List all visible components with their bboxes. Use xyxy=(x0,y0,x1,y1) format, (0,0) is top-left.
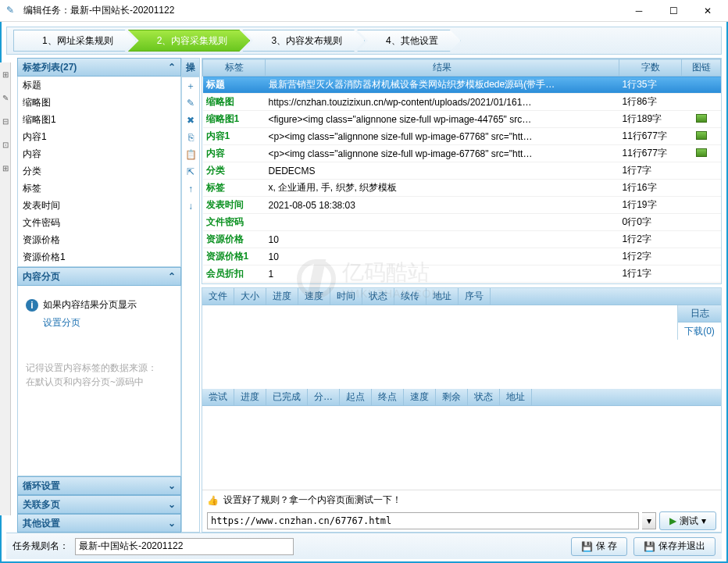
grid-count-cell: 1行7字 xyxy=(619,162,682,180)
add-icon[interactable]: ＋ xyxy=(182,77,199,94)
collapse-icon[interactable]: ⌃ xyxy=(168,62,176,73)
grid-header[interactable]: 标签 xyxy=(203,59,266,77)
test-button[interactable]: ▶ 测试 ▾ xyxy=(659,511,716,530)
edit-icon[interactable]: ✎ xyxy=(182,94,199,112)
up-icon[interactable]: ↑ xyxy=(182,180,199,198)
grid-row[interactable]: VIP是否免费 1 1行1字 xyxy=(203,283,721,285)
tag-list: 标题缩略图缩略图1内容1内容分类标签发表时间文件密码资源价格资源价格1会员折扣 xyxy=(17,77,181,267)
test-url-input[interactable] xyxy=(207,512,639,529)
dl-col-header[interactable]: 地址 xyxy=(426,288,459,305)
titlebar: ✎ 编辑任务：最新-中国站长-20201122 ─ ☐ ✕ xyxy=(0,0,728,22)
grid-row[interactable]: 标题 最新营销型灭火器消防器材机械设备类网站织梦模板dede源码(带手… 1行3… xyxy=(203,77,721,94)
test-hint-bar: 👍 设置好了规则？拿一个内容页面测试一下！ xyxy=(202,490,721,510)
tag-item[interactable]: 分类 xyxy=(18,162,180,180)
try-col-header[interactable]: 进度 xyxy=(234,389,266,405)
try-col-header[interactable]: 终点 xyxy=(372,389,404,405)
strip-btn[interactable]: ⊡ xyxy=(0,133,10,156)
tag-item[interactable]: 资源价格 xyxy=(18,231,180,248)
dl-col-header[interactable]: 续传 xyxy=(394,288,426,305)
task-name-input[interactable] xyxy=(75,538,294,555)
tag-item[interactable]: 内容 xyxy=(18,145,180,162)
wizard-step-0[interactable]: 1、网址采集规则 xyxy=(13,30,136,52)
down-icon[interactable]: ↓ xyxy=(182,198,199,215)
loop-settings-header[interactable]: 循环设置 ⌄ xyxy=(17,476,181,495)
wizard-step-1[interactable]: 2、内容采集规则 xyxy=(128,30,251,52)
url-dropdown-button[interactable]: ▾ xyxy=(642,512,656,529)
grid-result-cell: 10 xyxy=(266,231,619,248)
tag-item[interactable]: 缩略图1 xyxy=(18,111,180,128)
multi-page-header[interactable]: 关联多页 ⌄ xyxy=(17,495,181,514)
dl-col-header[interactable]: 状态 xyxy=(362,288,394,305)
grid-row[interactable]: 内容 <p><img class="alignnone size-full wp… xyxy=(203,145,721,162)
try-col-header[interactable]: 尝试 xyxy=(202,389,234,405)
grid-row[interactable]: 会员折扣 1 1行1字 xyxy=(203,265,721,283)
tag-item[interactable]: 缩略图 xyxy=(18,94,180,111)
expand-icon[interactable]: ⌄ xyxy=(168,480,176,491)
grid-header[interactable]: 图链 xyxy=(682,59,721,77)
strip-btn[interactable]: ⊟ xyxy=(0,109,10,133)
expand-icon[interactable]: ⌄ xyxy=(168,499,176,510)
content-page-header[interactable]: 内容分页 ⌃ xyxy=(17,267,181,286)
grid-result-cell: <p><img class="alignnone size-full wp-im… xyxy=(266,145,619,162)
grid-row[interactable]: 分类 DEDECMS 1行7字 xyxy=(203,162,721,180)
wizard-step-3[interactable]: 4、其他设置 xyxy=(357,30,461,52)
collapse-icon[interactable]: ⌃ xyxy=(168,271,176,282)
grid-count-cell: 1行35字 xyxy=(619,77,682,94)
export-icon[interactable]: ⇱ xyxy=(182,163,199,180)
try-col-header[interactable]: 地址 xyxy=(500,389,532,405)
grid-result-cell: 1 xyxy=(266,283,619,285)
dl-col-header[interactable]: 文件 xyxy=(202,288,234,305)
grid-header[interactable]: 字数 xyxy=(619,59,682,77)
tag-item[interactable]: 内容1 xyxy=(18,128,180,145)
tag-item[interactable]: 标签 xyxy=(18,180,180,197)
wizard-step-2[interactable]: 3、内容发布规则 xyxy=(242,30,365,52)
dl-col-header[interactable]: 进度 xyxy=(266,288,298,305)
strip-btn[interactable]: ✎ xyxy=(0,86,10,109)
result-grid: 标签结果字数图链标题 最新营销型灭火器消防器材机械设备类网站织梦模板dede源码… xyxy=(202,58,722,284)
grid-row[interactable]: 内容1 <p><img class="alignnone size-full w… xyxy=(203,128,721,145)
strip-btn[interactable]: ⊞ xyxy=(0,62,10,86)
try-col-header[interactable]: 已完成 xyxy=(266,389,308,405)
grid-header[interactable]: 结果 xyxy=(266,59,619,77)
grid-result-cell: 最新营销型灭火器消防器材机械设备类网站织梦模板dede源码(带手… xyxy=(266,77,619,94)
try-col-header[interactable]: 分… xyxy=(308,389,340,405)
grid-row[interactable]: 资源价格1 10 1行2字 xyxy=(203,248,721,265)
paste-icon[interactable]: 📋 xyxy=(182,146,199,163)
tag-item[interactable]: 发表时间 xyxy=(18,197,180,214)
delete-icon[interactable]: ✖ xyxy=(182,112,199,129)
grid-row[interactable]: 缩略图1 <figure><img class="alignnone size-… xyxy=(203,111,721,128)
grid-tag-cell: 文件密码 xyxy=(203,214,266,231)
grid-row[interactable]: 资源价格 10 1行2字 xyxy=(203,231,721,248)
save-button[interactable]: 💾 保 存 xyxy=(571,537,627,556)
dl-col-header[interactable]: 时间 xyxy=(330,288,362,305)
try-col-header[interactable]: 速度 xyxy=(404,389,436,405)
try-col-header[interactable]: 剩余 xyxy=(436,389,468,405)
copy-icon[interactable]: ⎘ xyxy=(182,129,199,146)
try-col-header[interactable]: 状态 xyxy=(468,389,500,405)
try-col-header[interactable]: 起点 xyxy=(340,389,372,405)
download-count[interactable]: 下载(0) xyxy=(678,322,721,340)
grid-result-cell: https://cnzhan.touzizixun.cn/wp-content/… xyxy=(266,94,619,111)
dl-col-header[interactable]: 序号 xyxy=(459,288,491,305)
tag-item[interactable]: 文件密码 xyxy=(18,214,180,231)
strip-btn[interactable]: ⊞ xyxy=(0,156,10,180)
grid-row[interactable]: 标签 x, 企业通用, 手, 织梦, 织梦模板 1行16字 xyxy=(203,180,721,197)
dl-col-header[interactable]: 速度 xyxy=(298,288,330,305)
grid-result-cell: <figure><img class="alignnone size-full … xyxy=(266,111,619,128)
other-settings-header[interactable]: 其他设置 ⌄ xyxy=(17,514,181,533)
expand-icon[interactable]: ⌄ xyxy=(168,518,176,529)
grid-row[interactable]: 缩略图 https://cnzhan.touzizixun.cn/wp-cont… xyxy=(203,94,721,111)
minimize-button[interactable]: ─ xyxy=(625,2,653,20)
grid-img-cell xyxy=(682,248,721,265)
save-exit-button[interactable]: 💾 保存并退出 xyxy=(633,537,716,556)
set-paging-link[interactable]: 设置分页 xyxy=(43,316,173,330)
download-table-header: 文件大小进度速度时间状态续传地址序号 xyxy=(202,288,721,305)
log-header[interactable]: 日志 xyxy=(678,305,721,322)
tag-item[interactable]: 标题 xyxy=(18,77,180,94)
grid-row[interactable]: 发表时间 2021-08-05 18:38:03 1行19字 xyxy=(203,197,721,214)
maximize-button[interactable]: ☐ xyxy=(659,2,687,20)
close-button[interactable]: ✕ xyxy=(694,2,722,20)
tag-item[interactable]: 资源价格1 xyxy=(18,248,180,265)
grid-row[interactable]: 文件密码 0行0字 xyxy=(203,214,721,231)
dl-col-header[interactable]: 大小 xyxy=(234,288,266,305)
